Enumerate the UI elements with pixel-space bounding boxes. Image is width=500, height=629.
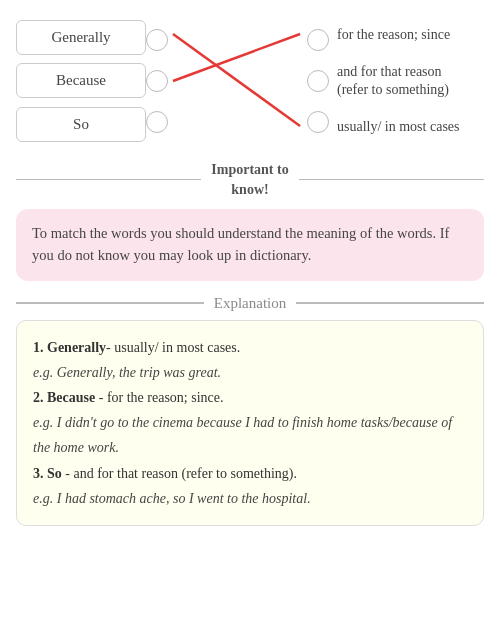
svg-line-0 — [173, 34, 300, 126]
circle-l1 — [146, 29, 168, 51]
explanation-title: Explanation — [214, 295, 286, 312]
circle-r2 — [307, 70, 329, 92]
left-words-col: Generally Because So — [16, 16, 146, 146]
right-word-2: and for that reason(refer to something) — [337, 63, 484, 99]
lines-area — [146, 16, 329, 146]
exp-item-2: 2. Because - for the reason; since. — [33, 385, 467, 410]
top-section: Generally Because So — [0, 0, 500, 146]
exp-example-1: e.g. Generally, the trip was great. — [33, 360, 467, 385]
explanation-box: 1. Generally- usually/ in most cases. e.… — [16, 320, 484, 526]
exp-divider-right — [296, 302, 484, 304]
matching-area: Generally Because So — [16, 16, 484, 146]
right-circles — [307, 16, 329, 146]
circle-r1 — [307, 29, 329, 51]
circle-r3 — [307, 111, 329, 133]
important-label: Important toknow! — [211, 160, 288, 199]
exp-item-1: 1. Generally- usually/ in most cases. — [33, 335, 467, 360]
matching-lines-svg — [168, 16, 307, 146]
exp-example-3: e.g. I had stomach ache, so I went to th… — [33, 486, 467, 511]
exp-divider-left — [16, 302, 204, 304]
exp-example-2: e.g. I didn't go to the cinema because I… — [33, 410, 467, 460]
x-lines — [168, 16, 307, 146]
left-circles — [146, 16, 168, 146]
circle-l2 — [146, 70, 168, 92]
important-divider: Important toknow! — [16, 160, 484, 199]
right-words-col: for the reason; since and for that reaso… — [329, 16, 484, 146]
divider-line-left — [16, 179, 201, 181]
word-box-generally: Generally — [16, 20, 146, 55]
word-box-because: Because — [16, 63, 146, 98]
svg-line-1 — [173, 34, 300, 81]
info-box: To match the words you should understand… — [16, 209, 484, 281]
circle-l3 — [146, 111, 168, 133]
right-word-1: for the reason; since — [337, 26, 484, 44]
word-box-so: So — [16, 107, 146, 142]
divider-line-right — [299, 179, 484, 181]
right-word-3: usually/ in most cases — [337, 118, 484, 136]
exp-item-3: 3. So - and for that reason (refer to so… — [33, 461, 467, 486]
explanation-divider: Explanation — [16, 295, 484, 312]
